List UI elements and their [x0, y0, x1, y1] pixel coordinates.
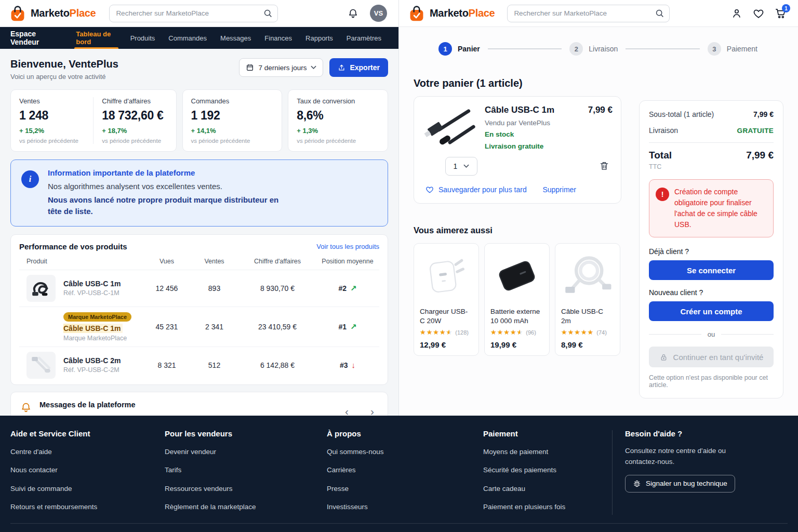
footer-link[interactable]: Devenir vendeur: [165, 446, 327, 458]
nav-produits[interactable]: Produits: [124, 27, 162, 49]
new-client-label: Nouveau client ?: [649, 288, 774, 297]
page-subtitle: Voici un aperçu de votre activité: [10, 73, 118, 81]
footer-link[interactable]: Paiement en plusieurs fois: [483, 501, 612, 513]
footer-link[interactable]: Ressources vendeurs: [165, 483, 327, 495]
page: MarketoPlace VS Espace Vendeur Ta: [0, 0, 798, 532]
table-row[interactable]: Câble USB-C 2m Réf. VP-USB-C-2M 8 321 51…: [19, 347, 379, 383]
product-name: Câble USB-C 1m: [63, 324, 123, 333]
buyer-panel: MarketoPlace: [399, 0, 798, 416]
nav-parametres[interactable]: Paramètres: [340, 27, 388, 49]
subtotal-label: Sous-total (1 article): [649, 110, 714, 118]
product-name: Câble USB-C 1m: [63, 280, 121, 288]
product-ref: Marque MarketoPlace: [63, 335, 144, 342]
continue-as-guest-button[interactable]: Continuer en tant qu'invité: [649, 347, 774, 367]
step-label: Livraison: [589, 45, 618, 53]
cell-position: #3: [340, 361, 348, 369]
suggestion-name: Câble USB-C 2m: [561, 307, 614, 326]
cart-column: Votre panier (1 article): [414, 77, 621, 416]
info-banner-line2: Nous avons lancé notre propre produit ma…: [48, 194, 282, 218]
col-ventes: Ventes: [190, 258, 239, 265]
suggestion-card-powerbank[interactable]: Batterie externe 10 000 mAh ★★★★★★★★★★ (…: [484, 243, 550, 356]
footer-link[interactable]: Retours et remboursements: [10, 501, 165, 513]
split-view: MarketoPlace VS Espace Vendeur Ta: [0, 0, 798, 416]
cart-item-price: 7,99 €: [588, 105, 613, 150]
marketoplace-logo[interactable]: MarketoPlace: [9, 5, 96, 22]
wishlist-heart-icon[interactable]: [753, 8, 764, 19]
kpi-value: 1 192: [191, 109, 274, 123]
seller-nav: Espace Vendeur Tableau de bord Produits …: [0, 27, 398, 49]
notifications-bell-icon[interactable]: [348, 8, 358, 19]
step-panier[interactable]: 1 Panier: [438, 42, 480, 56]
footer-link[interactable]: Nous contacter: [10, 464, 165, 476]
report-bug-button[interactable]: Signaler un bug technique: [625, 475, 735, 493]
info-icon: i: [21, 170, 39, 188]
kpi-note: vs période précédente: [102, 138, 167, 144]
logo-text: MarketoPlace: [31, 7, 96, 19]
chevron-down-icon: [463, 164, 469, 168]
chevron-right-icon[interactable]: ›: [370, 406, 374, 416]
trash-icon[interactable]: [599, 160, 609, 173]
divider: [649, 142, 774, 143]
nav-finances[interactable]: Finances: [258, 27, 299, 49]
nav-rapports[interactable]: Rapports: [299, 27, 340, 49]
cell-position: #1: [338, 323, 347, 331]
suggestion-card-cable[interactable]: Câble USB-C 2m ★★★★★★★★★★ (74) 8,99 €: [555, 243, 620, 356]
footer-link[interactable]: Règlement de la marketplace: [165, 501, 327, 513]
product-ref: Réf. VP-USB-C-2M: [63, 366, 121, 374]
footer-link[interactable]: Qui sommes-nous: [327, 446, 483, 458]
create-account-button[interactable]: Créer un compte: [649, 301, 774, 321]
step-number: 2: [569, 42, 583, 56]
chevron-left-icon[interactable]: ‹: [345, 406, 349, 416]
login-button[interactable]: Se connecter: [649, 260, 774, 280]
view-all-products-link[interactable]: Voir tous les produits: [316, 243, 379, 250]
quantity-selector[interactable]: 1: [445, 157, 477, 176]
nav-tableau-de-bord[interactable]: Tableau de bord: [69, 27, 123, 49]
export-button[interactable]: Exporter: [329, 58, 388, 77]
account-required-alert: ! Création de compte obligatoire pour fi…: [649, 179, 774, 237]
suggestion-card-charger[interactable]: Chargeur USB-C 20W ★★★★★★★★★★ (128) 12,9…: [414, 243, 479, 356]
table-row[interactable]: Câble USB-C 1m Réf. VP-USB-C-1M 12 456 8…: [19, 270, 379, 307]
kpi-label: Chiffre d'affaires: [102, 97, 167, 105]
nav-messages[interactable]: Messages: [214, 27, 258, 49]
checkout-stepper: 1 Panier 2 Livraison 3 Paiement: [399, 27, 798, 71]
footer-link[interactable]: Centre d'aide: [10, 446, 165, 458]
remove-item-link[interactable]: Supprimer: [542, 185, 576, 194]
footer-link[interactable]: Moyens de paiement: [483, 446, 612, 458]
messages-title: Messages de la plateforme: [39, 401, 337, 409]
footer-link[interactable]: Carte cadeau: [483, 483, 612, 495]
marketoplace-logo[interactable]: MarketoPlace: [408, 5, 495, 22]
products-performance-card: Performance de vos produits Voir tous le…: [10, 234, 388, 385]
cart-item-stock: En stock: [485, 130, 583, 138]
step-paiement[interactable]: 3 Paiement: [708, 42, 757, 56]
lock-icon: [659, 353, 668, 362]
search-icon: [263, 9, 272, 20]
nav-commandes[interactable]: Commandes: [162, 27, 214, 49]
cart-item-seller: Vendu par VentePlus: [485, 119, 583, 127]
table-row[interactable]: Marque MarketoPlace Câble USB-C 1m Marqu…: [19, 307, 379, 347]
save-for-later-link[interactable]: Sauvegarder pour plus tard: [425, 185, 527, 194]
cell-ventes: 2 341: [190, 323, 239, 331]
date-range-select[interactable]: 7 derniers jours: [239, 58, 323, 77]
kpi-label: Ventes: [19, 97, 85, 105]
alert-text: Création de compte obligatoire pour fina…: [674, 187, 767, 230]
avatar[interactable]: VS: [370, 5, 387, 22]
review-count: (74): [596, 329, 607, 336]
kpi-delta: + 14,1%: [191, 127, 274, 135]
cell-ventes: 893: [190, 284, 239, 292]
footer-link[interactable]: Sécurité des paiements: [483, 464, 612, 476]
suggestion-price: 8,99 €: [561, 340, 614, 349]
step-livraison[interactable]: 2 Livraison: [569, 42, 618, 56]
kpi-delta: + 15,2%: [19, 127, 85, 135]
footer-link[interactable]: Presse: [327, 483, 483, 495]
footer-link[interactable]: Suivi de commande: [10, 483, 165, 495]
seller-search-input[interactable]: [109, 5, 278, 22]
footer-divider: [612, 430, 613, 515]
footer-link[interactable]: Tarifs: [165, 464, 327, 476]
welcome-section: Bienvenue, VentePlus Voici un aperçu de …: [10, 58, 388, 81]
buyer-search-input[interactable]: [507, 5, 670, 22]
step-connector: [488, 48, 562, 49]
footer-link[interactable]: Carrières: [327, 464, 483, 476]
account-icon[interactable]: [731, 8, 742, 19]
cart-icon[interactable]: 1: [775, 7, 787, 19]
footer-link[interactable]: Investisseurs: [327, 501, 483, 513]
